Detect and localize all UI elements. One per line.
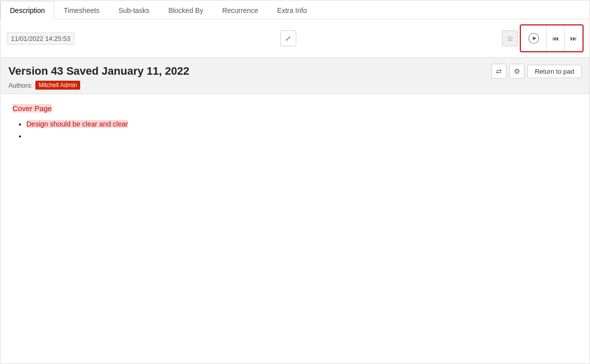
play-icon bbox=[528, 33, 539, 44]
skip-back-button[interactable]: ⏮ bbox=[547, 25, 565, 51]
version-header: Version 43 Saved January 11, 2022 ⇄ ⚙ Re… bbox=[0, 58, 590, 94]
version-title: Version 43 Saved January 11, 2022 bbox=[8, 65, 189, 78]
playback-controls: ⏮ ⏭ bbox=[520, 24, 584, 52]
author-badge: Mitchell Admin bbox=[35, 81, 80, 90]
tab-blocked-by[interactable]: Blocked By bbox=[159, 1, 213, 19]
skip-forward-button[interactable]: ⏭ bbox=[565, 25, 583, 51]
settings-button[interactable]: ⚙ bbox=[509, 64, 524, 79]
skip-forward-icon: ⏭ bbox=[570, 34, 577, 42]
tab-timesheets[interactable]: Timesheets bbox=[54, 1, 109, 19]
skip-back-icon: ⏮ bbox=[552, 34, 559, 42]
authors-label: Authors: bbox=[8, 82, 32, 89]
tab-extra-info[interactable]: Extra Info bbox=[268, 1, 317, 19]
top-bar: 11/01/2022 14:25:53 ⤢ ☆ ⏮ bbox=[0, 19, 590, 58]
tab-description[interactable]: Description bbox=[0, 1, 54, 19]
doc-content: Cover Page Design should be clear and cl… bbox=[0, 94, 590, 364]
star-button[interactable]: ☆ bbox=[502, 30, 518, 46]
tab-recurrence[interactable]: Recurrence bbox=[213, 1, 267, 19]
list-item-empty bbox=[26, 132, 578, 140]
play-button[interactable] bbox=[521, 25, 547, 51]
highlight-text-1: Design should be clear and clear bbox=[26, 120, 128, 128]
version-header-top: Version 43 Saved January 11, 2022 ⇄ ⚙ Re… bbox=[8, 64, 582, 79]
compare-button[interactable]: ⇄ bbox=[491, 64, 506, 79]
right-controls: ☆ ⏮ ⏭ bbox=[502, 24, 584, 52]
timestamp-badge: 11/01/2022 14:25:53 bbox=[6, 32, 75, 45]
cover-page-link[interactable]: Cover Page bbox=[12, 104, 52, 113]
tab-subtasks[interactable]: Sub-tasks bbox=[109, 1, 159, 19]
svg-marker-1 bbox=[533, 36, 536, 40]
doc-list: Design should be clear and clear bbox=[12, 120, 578, 140]
content-area: 11/01/2022 14:25:53 ⤢ ☆ ⏮ bbox=[0, 19, 590, 364]
return-to-pad-button[interactable]: Return to pad bbox=[527, 65, 582, 78]
main-container: Description Timesheets Sub-tasks Blocked… bbox=[0, 0, 590, 364]
version-actions: ⇄ ⚙ Return to pad bbox=[491, 64, 582, 79]
list-item: Design should be clear and clear bbox=[26, 120, 578, 128]
authors-line: Authors: Mitchell Admin bbox=[8, 81, 582, 90]
tabs-bar: Description Timesheets Sub-tasks Blocked… bbox=[0, 0, 590, 19]
expand-button[interactable]: ⤢ bbox=[280, 30, 296, 46]
